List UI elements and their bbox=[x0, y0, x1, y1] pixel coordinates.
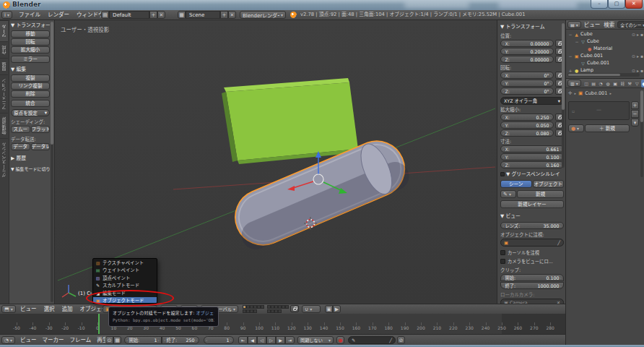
close-button[interactable]: ✕ bbox=[625, 0, 643, 9]
number-field-Y[interactable]: ‹Y:0.100› bbox=[500, 153, 564, 160]
mode-menu-item[interactable]: ▨テクスチャペイント bbox=[93, 259, 157, 267]
menu-検索[interactable]: 検索 bbox=[604, 20, 614, 30]
minimize-button[interactable]: – bbox=[591, 0, 608, 9]
tab-constraints[interactable]: ⛓ bbox=[619, 80, 626, 87]
lock-cursor-row[interactable]: カーソルを注視 bbox=[500, 249, 564, 256]
display-mode-select[interactable]: 全てのシーン▾ bbox=[617, 21, 644, 28]
decrement-arrow[interactable]: ‹ bbox=[502, 115, 504, 120]
menu-ウィンドウ[interactable]: ウィンドウ bbox=[77, 10, 104, 20]
expander-icon[interactable]: − bbox=[568, 53, 573, 59]
increment-arrow[interactable]: › bbox=[550, 57, 552, 62]
play-reverse-button[interactable]: ◀ bbox=[248, 336, 257, 344]
set-origin-select[interactable]: 原点を設定▾ bbox=[11, 109, 50, 116]
frame-start-field[interactable]: ‹開始:1› bbox=[124, 336, 162, 344]
decrement-arrow[interactable]: ‹ bbox=[502, 41, 504, 46]
number-field-X[interactable]: ‹X:0°› bbox=[500, 72, 554, 79]
outliner-hscrollbar[interactable] bbox=[567, 73, 640, 77]
menu-ビュー[interactable]: ビュー bbox=[20, 304, 37, 314]
tab-material[interactable]: ● bbox=[641, 80, 644, 87]
menu-レンダー[interactable]: レンダー bbox=[48, 10, 69, 20]
number-field-X[interactable]: ‹X:0.661› bbox=[500, 145, 564, 153]
remove-screen-layout-button[interactable]: ✕ bbox=[157, 11, 165, 19]
increment-arrow[interactable]: › bbox=[550, 131, 552, 136]
properties-scrollbar[interactable] bbox=[640, 90, 643, 177]
number-field-X[interactable]: ‹X:0.250› bbox=[500, 113, 554, 121]
scrollbar-thumb[interactable] bbox=[51, 22, 53, 145]
gp-datablock-browse[interactable]: ✎▾ bbox=[500, 190, 516, 198]
button-データレ[interactable]: データレ bbox=[31, 143, 51, 150]
breadcrumb-object-name[interactable]: Cube.001 bbox=[585, 90, 607, 96]
rotation-mode-select[interactable]: XYZ オイラー角▾ bbox=[500, 97, 564, 105]
scrollbar-thumb[interactable] bbox=[562, 23, 565, 110]
render-engine-select[interactable]: Blenderレンダー▾ bbox=[240, 11, 286, 19]
lock-layers-toggle[interactable] bbox=[290, 305, 299, 312]
tool-shelf-tab[interactable]: ツール bbox=[0, 20, 8, 41]
decrement-arrow[interactable]: ‹ bbox=[502, 57, 504, 62]
mode-menu-item[interactable]: ▤ウェイトペイント bbox=[93, 267, 157, 275]
frame-lock-icon[interactable]: ▦ bbox=[113, 336, 121, 344]
render-still-icon[interactable]: ▣ bbox=[325, 305, 333, 313]
gp-new-button[interactable]: 新規 bbox=[517, 190, 564, 198]
panel-header-history[interactable]: ▶ 履歴 bbox=[11, 155, 50, 162]
increment-arrow[interactable]: › bbox=[550, 81, 552, 86]
increment-arrow[interactable]: › bbox=[550, 89, 552, 94]
button-フラット[interactable]: フラット bbox=[31, 126, 51, 133]
increment-arrow[interactable]: › bbox=[550, 73, 552, 78]
editor-type-button[interactable]: ⬒▾ bbox=[1, 305, 16, 313]
clip-start-field[interactable]: ‹開始:0.100› bbox=[500, 274, 564, 281]
jump-to-end-button[interactable]: ⇥ bbox=[285, 336, 295, 344]
outliner-row[interactable]: ▽Cube.001 bbox=[566, 59, 644, 67]
button-複製[interactable]: 複製 bbox=[11, 74, 50, 82]
button-join[interactable]: 統合 bbox=[11, 100, 50, 107]
editor-type-button[interactable]: i▾ bbox=[1, 11, 12, 19]
add-screen-layout-button[interactable]: + bbox=[149, 11, 157, 19]
preview-range-icon[interactable]: ⊙ bbox=[105, 336, 113, 344]
visibility-icon[interactable]: ⊙ bbox=[632, 32, 635, 37]
keying-set-field[interactable]: ✎╱ bbox=[348, 336, 396, 344]
editor-type-button[interactable]: ▥▾ bbox=[567, 80, 581, 87]
menu-選択[interactable]: 選択 bbox=[44, 304, 55, 314]
selectability-icon[interactable]: ▸ bbox=[637, 32, 639, 37]
clip-end-field[interactable]: ‹終了:1000.000› bbox=[500, 282, 564, 289]
decrement-arrow[interactable]: ‹ bbox=[502, 163, 504, 168]
panel-header-view[interactable]: ▼ ビュー bbox=[500, 213, 564, 220]
number-field-Y[interactable]: ‹Y:0.20000› bbox=[500, 48, 554, 55]
decrement-arrow[interactable]: ‹ bbox=[502, 89, 504, 94]
number-field-Y[interactable]: ‹Y:0°› bbox=[500, 80, 554, 87]
jump-to-start-button[interactable]: ⇤ bbox=[238, 336, 248, 344]
decrement-arrow[interactable]: ‹ bbox=[502, 131, 504, 136]
outliner-row[interactable]: −▽Cube bbox=[566, 38, 644, 45]
timeline-ruler[interactable]: -50-40-30-20-100102030405060708090100110… bbox=[0, 314, 565, 334]
panel-header-grease-pencil[interactable]: ▼ グリースペンシルレイ bbox=[500, 171, 564, 178]
selectability-icon[interactable]: ▸ bbox=[637, 68, 639, 73]
increment-arrow[interactable]: › bbox=[550, 123, 552, 128]
layer-cell[interactable] bbox=[285, 305, 289, 309]
mode-menu-item[interactable]: ▧頂点ペイント bbox=[93, 274, 157, 282]
renderability-icon[interactable]: ▪ bbox=[640, 68, 643, 73]
tool-shelf-scrollbar[interactable] bbox=[51, 22, 53, 302]
tab-world[interactable]: ◍ bbox=[605, 80, 612, 87]
number-field-Z[interactable]: ‹Z:0.080› bbox=[500, 129, 554, 137]
editor-type-button[interactable]: ◔▾ bbox=[1, 336, 15, 344]
scrollbar-thumb[interactable] bbox=[568, 74, 620, 76]
button-リンク複製[interactable]: リンク複製 bbox=[11, 82, 50, 90]
tool-shelf-tab[interactable]: グリースペンシル bbox=[0, 138, 8, 181]
remove-scene-button[interactable]: ✕ bbox=[228, 11, 236, 19]
tool-shelf-tab[interactable]: 作成 bbox=[0, 41, 8, 58]
sync-select[interactable]: 同期しない▾ bbox=[297, 336, 334, 344]
tool-shelf-tab[interactable]: アニメーション bbox=[0, 74, 8, 113]
tab-scene[interactable]: ◔ bbox=[598, 80, 604, 87]
local-camera-field[interactable]: ▣ Camera✕ bbox=[500, 299, 564, 304]
button-スムー[interactable]: スムー bbox=[11, 126, 30, 133]
scene-name[interactable]: Scene bbox=[186, 11, 220, 19]
tab-render-layers[interactable]: ▤ bbox=[591, 80, 597, 87]
gp-scene-button[interactable]: シーン bbox=[500, 180, 532, 188]
lock-camera-row[interactable]: カメラをビューにロ... bbox=[500, 258, 564, 265]
button-mirror[interactable]: ミラー bbox=[11, 56, 50, 63]
add-scene-button[interactable]: + bbox=[220, 11, 228, 19]
increment-arrow[interactable]: › bbox=[550, 115, 552, 120]
tab-object[interactable]: ▣ bbox=[612, 80, 619, 87]
current-frame-field[interactable]: ‹1› bbox=[204, 336, 234, 344]
prev-frame-button[interactable]: ◁ bbox=[257, 336, 266, 344]
button-回転[interactable]: 回転 bbox=[11, 38, 50, 46]
